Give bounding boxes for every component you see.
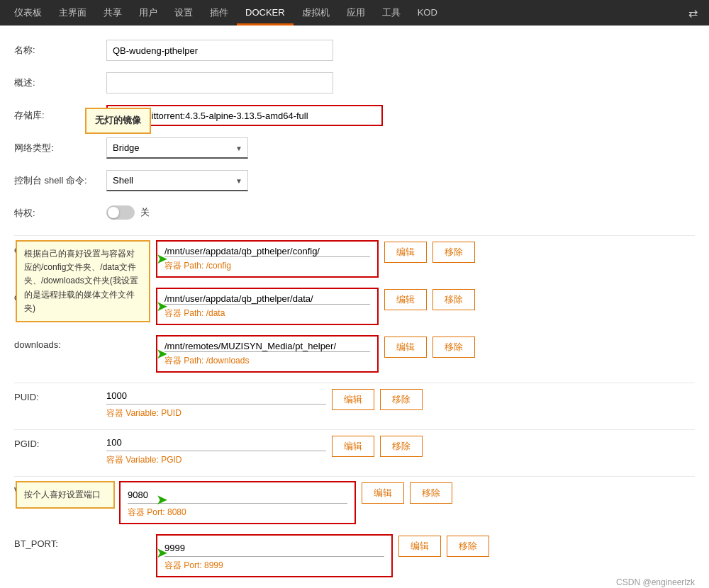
puid-input[interactable] xyxy=(106,388,326,405)
web-port-edit-button[interactable]: 编辑 xyxy=(362,482,404,504)
data-path-input[interactable] xyxy=(164,293,370,305)
web-port-box: 容器 Port: 8080 xyxy=(119,481,356,524)
puid-edit-button[interactable]: 编辑 xyxy=(332,389,374,410)
nav-docker[interactable]: DOCKER xyxy=(237,0,294,26)
network-row: 网络类型: Bridge Host None ▼ xyxy=(14,137,695,160)
arrow-data: ➤ xyxy=(156,298,168,315)
pgid-block: 容器 Variable: PGID xyxy=(106,434,326,466)
puid-row: PUID: 容器 Variable: PUID 编辑 移除 xyxy=(14,388,695,419)
web-port-content: 容器 Port: 8080 编辑 移除 xyxy=(119,481,603,524)
nav-share[interactable]: 共享 xyxy=(95,0,130,26)
nav-user[interactable]: 用户 xyxy=(130,0,166,26)
web-port-container: 容器 Port: 8080 xyxy=(128,507,347,519)
nav-tools[interactable]: 工具 xyxy=(374,0,409,26)
web-port-remove-button[interactable]: 移除 xyxy=(410,482,452,504)
arrow-downloads: ➤ xyxy=(156,345,168,362)
console-row: 控制台 shell 命令: Shell bash sh ▼ xyxy=(14,170,695,193)
top-navigation: 仪表板 主界面 共享 用户 设置 插件 DOCKER 虚拟机 应用 工具 KOD… xyxy=(0,0,709,26)
privilege-content: 关 xyxy=(106,203,695,220)
name-label: 名称: xyxy=(14,40,106,57)
console-label: 控制台 shell 命令: xyxy=(14,170,106,187)
network-select-wrapper: Bridge Host None ▼ xyxy=(106,137,248,159)
downloads-container-path: 容器 Path: /downloads xyxy=(164,355,370,367)
config-buttons: 编辑 移除 xyxy=(384,240,475,263)
toggle-thumb xyxy=(108,207,119,218)
pgid-content: 容器 Variable: PGID 编辑 移除 xyxy=(106,434,695,466)
nav-dashboard[interactable]: 仪表板 xyxy=(6,0,50,26)
tooltip-no-light: 无灯的镜像 xyxy=(85,108,151,134)
puid-label: PUID: xyxy=(14,388,106,402)
toggle-wrapper: 关 xyxy=(106,203,150,220)
data-path xyxy=(164,293,370,305)
downloads-path xyxy=(164,341,370,352)
bt-port-buttons: 编辑 移除 xyxy=(398,534,489,557)
pgid-buttons: 编辑 移除 xyxy=(332,434,423,457)
config-edit-button[interactable]: 编辑 xyxy=(384,242,427,263)
data-box: 容器 Path: /data xyxy=(156,288,379,325)
downloads-buttons: 编辑 移除 xyxy=(384,335,475,358)
config-path-input[interactable] xyxy=(164,246,370,257)
desc-label: 概述: xyxy=(14,72,106,89)
tooltip-port: 按个人喜好设置端口 xyxy=(16,481,115,509)
downloads-path-input[interactable] xyxy=(164,341,370,352)
arrow-web-port: ➤ xyxy=(156,491,168,508)
nav-kod[interactable]: KOD xyxy=(409,0,446,26)
data-remove-button[interactable]: 移除 xyxy=(432,289,475,310)
downloads-content: 容器 Path: /downloads 编辑 移除 xyxy=(156,335,695,373)
main-content: 名称: 概述: 存储库: 无灯的镜像 网络类型: Bridge Host xyxy=(0,26,709,588)
bt-port-remove-button[interactable]: 移除 xyxy=(447,536,489,557)
config-box: 容器 Path: /config xyxy=(156,240,379,278)
desc-content xyxy=(106,72,695,94)
puid-remove-button[interactable]: 移除 xyxy=(380,389,423,410)
puid-buttons: 编辑 移除 xyxy=(332,388,423,410)
desc-input[interactable] xyxy=(106,72,333,94)
nav-main[interactable]: 主界面 xyxy=(50,0,95,26)
privilege-toggle[interactable] xyxy=(106,205,135,220)
config-content: 容器 Path: /config 编辑 移除 xyxy=(156,240,603,278)
console-select-wrapper: Shell bash sh ▼ xyxy=(106,170,248,191)
pgid-edit-button[interactable]: 编辑 xyxy=(332,436,374,457)
data-container-path: 容器 Path: /data xyxy=(164,307,370,320)
data-buttons: 编辑 移除 xyxy=(384,288,475,310)
bt-port-container: 容器 Port: 8999 xyxy=(164,560,384,572)
nav-apps[interactable]: 应用 xyxy=(338,0,374,26)
data-edit-button[interactable]: 编辑 xyxy=(384,289,427,310)
pgid-variable: 容器 Variable: PGID xyxy=(106,454,326,466)
data-content: 容器 Path: /data 编辑 移除 xyxy=(156,288,695,325)
pgid-input[interactable] xyxy=(106,434,326,451)
desc-row: 概述: xyxy=(14,72,695,95)
name-input[interactable] xyxy=(106,40,333,61)
network-select[interactable]: Bridge Host None xyxy=(106,137,248,159)
watermark: CSDN @engineerlzk xyxy=(616,577,695,587)
config-container-path: 容器 Path: /config xyxy=(164,260,370,272)
puid-variable: 容器 Variable: PUID xyxy=(106,407,326,419)
config-remove-button[interactable]: 移除 xyxy=(432,242,475,263)
nav-vm[interactable]: 虚拟机 xyxy=(294,0,338,26)
console-content: Shell bash sh ▼ xyxy=(106,170,695,191)
name-content xyxy=(106,40,695,61)
privilege-row: 特权: 关 xyxy=(14,203,695,225)
nav-icon-right[interactable]: ⇄ xyxy=(683,6,703,20)
downloads-edit-button[interactable]: 编辑 xyxy=(384,337,427,358)
pgid-label: PGID: xyxy=(14,434,106,449)
downloads-remove-button[interactable]: 移除 xyxy=(432,337,475,358)
repo-row: 存储库: 无灯的镜像 xyxy=(14,105,695,128)
bt-port-box: 容器 Port: 8999 xyxy=(156,534,393,577)
console-select[interactable]: Shell bash sh xyxy=(106,170,248,191)
puid-block: 容器 Variable: PUID xyxy=(106,388,326,419)
bt-port-input[interactable] xyxy=(164,540,384,557)
pgid-row: PGID: 容器 Variable: PGID 编辑 移除 xyxy=(14,434,695,466)
bt-port-edit-button[interactable]: 编辑 xyxy=(398,536,441,557)
puid-content: 容器 Variable: PUID 编辑 移除 xyxy=(106,388,695,419)
name-row: 名称: xyxy=(14,40,695,62)
nav-plugins[interactable]: 插件 xyxy=(201,0,237,26)
network-label: 网络类型: xyxy=(14,137,106,154)
web-port-buttons: 编辑 移除 xyxy=(362,481,452,504)
pgid-remove-button[interactable]: 移除 xyxy=(380,436,423,457)
repo-content xyxy=(106,105,695,126)
toggle-label: 关 xyxy=(140,206,150,219)
bt-port-label: BT_PORT: xyxy=(14,534,106,549)
network-content: Bridge Host None ▼ xyxy=(106,137,695,159)
nav-settings[interactable]: 设置 xyxy=(166,0,201,26)
downloads-box: 容器 Path: /downloads xyxy=(156,335,379,373)
